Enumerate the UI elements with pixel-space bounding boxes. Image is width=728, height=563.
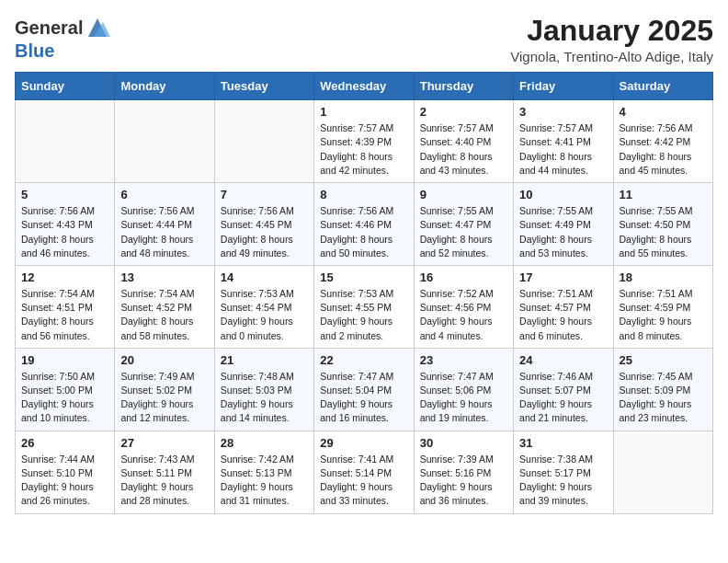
- calendar-table: SundayMondayTuesdayWednesdayThursdayFrid…: [15, 72, 713, 513]
- day-number: 30: [420, 436, 507, 450]
- day-number: 17: [519, 270, 607, 284]
- calendar-cell: 11Sunrise: 7:55 AMSunset: 4:50 PMDayligh…: [613, 183, 712, 266]
- day-info: Sunrise: 7:50 AMSunset: 5:00 PMDaylight:…: [21, 370, 108, 426]
- day-info: Sunrise: 7:49 AMSunset: 5:02 PMDaylight:…: [120, 370, 208, 426]
- calendar-cell: 25Sunrise: 7:45 AMSunset: 5:09 PMDayligh…: [613, 348, 712, 431]
- day-number: 28: [221, 436, 308, 450]
- day-info: Sunrise: 7:56 AMSunset: 4:42 PMDaylight:…: [620, 121, 707, 178]
- day-info: Sunrise: 7:45 AMSunset: 5:09 PMDaylight:…: [620, 370, 707, 426]
- day-info: Sunrise: 7:57 AMSunset: 4:39 PMDaylight:…: [320, 121, 407, 178]
- day-info: Sunrise: 7:57 AMSunset: 4:41 PMDaylight:…: [519, 121, 607, 178]
- day-info: Sunrise: 7:47 AMSunset: 5:06 PMDaylight:…: [420, 370, 507, 426]
- day-number: 7: [221, 188, 308, 201]
- day-number: 22: [320, 353, 407, 367]
- calendar-cell: 13Sunrise: 7:54 AMSunset: 4:52 PMDayligh…: [115, 265, 214, 348]
- day-info: Sunrise: 7:55 AMSunset: 4:50 PMDaylight:…: [620, 204, 707, 260]
- day-number: 18: [620, 270, 707, 284]
- day-number: 15: [320, 270, 407, 284]
- day-info: Sunrise: 7:56 AMSunset: 4:43 PMDaylight:…: [21, 204, 108, 260]
- day-info: Sunrise: 7:56 AMSunset: 4:46 PMDaylight:…: [320, 204, 407, 260]
- day-info: Sunrise: 7:41 AMSunset: 5:14 PMDaylight:…: [320, 453, 407, 509]
- day-number: 24: [519, 353, 607, 367]
- calendar-cell: 27Sunrise: 7:43 AMSunset: 5:11 PMDayligh…: [115, 431, 214, 513]
- weekday-header-friday: Friday: [514, 73, 613, 100]
- title-area: January 2025 Vignola, Trentino-Alto Adig…: [510, 15, 713, 64]
- day-number: 10: [519, 188, 607, 201]
- day-info: Sunrise: 7:51 AMSunset: 4:59 PMDaylight:…: [620, 287, 707, 343]
- day-info: Sunrise: 7:46 AMSunset: 5:07 PMDaylight:…: [519, 370, 607, 426]
- weekday-header-sunday: Sunday: [16, 73, 115, 100]
- day-number: 25: [620, 353, 707, 367]
- weekday-header-wednesday: Wednesday: [314, 73, 414, 100]
- calendar-cell: 19Sunrise: 7:50 AMSunset: 5:00 PMDayligh…: [16, 348, 115, 431]
- calendar-cell: [613, 431, 712, 513]
- day-info: Sunrise: 7:56 AMSunset: 4:45 PMDaylight:…: [221, 204, 308, 260]
- calendar-cell: 28Sunrise: 7:42 AMSunset: 5:13 PMDayligh…: [214, 431, 313, 513]
- calendar-cell: [16, 100, 115, 183]
- calendar-cell: 5Sunrise: 7:56 AMSunset: 4:43 PMDaylight…: [16, 183, 115, 266]
- day-number: 13: [120, 270, 208, 284]
- calendar-cell: 14Sunrise: 7:53 AMSunset: 4:54 PMDayligh…: [214, 265, 313, 348]
- calendar-cell: 31Sunrise: 7:38 AMSunset: 5:17 PMDayligh…: [514, 431, 613, 513]
- day-number: 3: [519, 105, 607, 119]
- header: General Blue January 2025 Vignola, Trent…: [15, 15, 713, 64]
- day-info: Sunrise: 7:53 AMSunset: 4:55 PMDaylight:…: [320, 287, 407, 343]
- calendar-page: General Blue January 2025 Vignola, Trent…: [0, 0, 728, 529]
- calendar-cell: 2Sunrise: 7:57 AMSunset: 4:40 PMDaylight…: [414, 100, 513, 183]
- day-info: Sunrise: 7:54 AMSunset: 4:51 PMDaylight:…: [21, 287, 108, 343]
- day-number: 19: [21, 353, 108, 367]
- day-info: Sunrise: 7:48 AMSunset: 5:03 PMDaylight:…: [221, 370, 308, 426]
- day-number: 21: [221, 353, 308, 367]
- calendar-cell: 21Sunrise: 7:48 AMSunset: 5:03 PMDayligh…: [214, 348, 313, 431]
- day-number: 29: [320, 436, 407, 450]
- day-info: Sunrise: 7:55 AMSunset: 4:47 PMDaylight:…: [420, 204, 507, 260]
- day-number: 11: [620, 188, 707, 201]
- day-info: Sunrise: 7:57 AMSunset: 4:40 PMDaylight:…: [420, 121, 507, 178]
- day-number: 4: [620, 105, 707, 119]
- day-info: Sunrise: 7:38 AMSunset: 5:17 PMDaylight:…: [519, 453, 607, 509]
- day-number: 31: [519, 436, 607, 450]
- day-number: 2: [420, 105, 507, 119]
- calendar-cell: 6Sunrise: 7:56 AMSunset: 4:44 PMDaylight…: [115, 183, 214, 266]
- day-number: 20: [120, 353, 208, 367]
- calendar-cell: 17Sunrise: 7:51 AMSunset: 4:57 PMDayligh…: [514, 265, 613, 348]
- calendar-cell: 15Sunrise: 7:53 AMSunset: 4:55 PMDayligh…: [314, 265, 414, 348]
- calendar-cell: 10Sunrise: 7:55 AMSunset: 4:49 PMDayligh…: [514, 183, 613, 266]
- calendar-cell: 26Sunrise: 7:44 AMSunset: 5:10 PMDayligh…: [16, 431, 115, 513]
- day-info: Sunrise: 7:47 AMSunset: 5:04 PMDaylight:…: [320, 370, 407, 426]
- calendar-cell: 9Sunrise: 7:55 AMSunset: 4:47 PMDaylight…: [414, 183, 513, 266]
- day-info: Sunrise: 7:52 AMSunset: 4:56 PMDaylight:…: [420, 287, 507, 343]
- calendar-cell: 1Sunrise: 7:57 AMSunset: 4:39 PMDaylight…: [314, 100, 414, 183]
- calendar-cell: 22Sunrise: 7:47 AMSunset: 5:04 PMDayligh…: [314, 348, 414, 431]
- calendar-cell: 24Sunrise: 7:46 AMSunset: 5:07 PMDayligh…: [514, 348, 613, 431]
- location-title: Vignola, Trentino-Alto Adige, Italy: [510, 49, 713, 64]
- day-info: Sunrise: 7:56 AMSunset: 4:44 PMDaylight:…: [120, 204, 208, 260]
- weekday-header-thursday: Thursday: [414, 73, 513, 100]
- week-row-4: 19Sunrise: 7:50 AMSunset: 5:00 PMDayligh…: [16, 348, 713, 431]
- day-number: 6: [120, 188, 208, 201]
- day-info: Sunrise: 7:43 AMSunset: 5:11 PMDaylight:…: [120, 453, 208, 509]
- day-number: 12: [21, 270, 108, 284]
- calendar-cell: 30Sunrise: 7:39 AMSunset: 5:16 PMDayligh…: [414, 431, 513, 513]
- calendar-cell: 23Sunrise: 7:47 AMSunset: 5:06 PMDayligh…: [414, 348, 513, 431]
- day-number: 23: [420, 353, 507, 367]
- calendar-cell: 29Sunrise: 7:41 AMSunset: 5:14 PMDayligh…: [314, 431, 414, 513]
- calendar-cell: 12Sunrise: 7:54 AMSunset: 4:51 PMDayligh…: [16, 265, 115, 348]
- day-number: 1: [320, 105, 407, 119]
- day-number: 9: [420, 188, 507, 201]
- weekday-header-monday: Monday: [115, 73, 214, 100]
- calendar-cell: 4Sunrise: 7:56 AMSunset: 4:42 PMDaylight…: [613, 100, 712, 183]
- calendar-cell: [214, 100, 313, 183]
- day-number: 16: [420, 270, 507, 284]
- day-number: 27: [120, 436, 208, 450]
- calendar-cell: 8Sunrise: 7:56 AMSunset: 4:46 PMDaylight…: [314, 183, 414, 266]
- day-info: Sunrise: 7:51 AMSunset: 4:57 PMDaylight:…: [519, 287, 607, 343]
- logo-blue-text: Blue: [15, 40, 54, 61]
- logo: General Blue: [15, 15, 110, 62]
- weekday-header-row: SundayMondayTuesdayWednesdayThursdayFrid…: [16, 73, 713, 100]
- week-row-2: 5Sunrise: 7:56 AMSunset: 4:43 PMDaylight…: [16, 183, 713, 266]
- calendar-cell: 18Sunrise: 7:51 AMSunset: 4:59 PMDayligh…: [613, 265, 712, 348]
- logo-general-text: General: [15, 17, 83, 39]
- day-info: Sunrise: 7:55 AMSunset: 4:49 PMDaylight:…: [519, 204, 607, 260]
- week-row-3: 12Sunrise: 7:54 AMSunset: 4:51 PMDayligh…: [16, 265, 713, 348]
